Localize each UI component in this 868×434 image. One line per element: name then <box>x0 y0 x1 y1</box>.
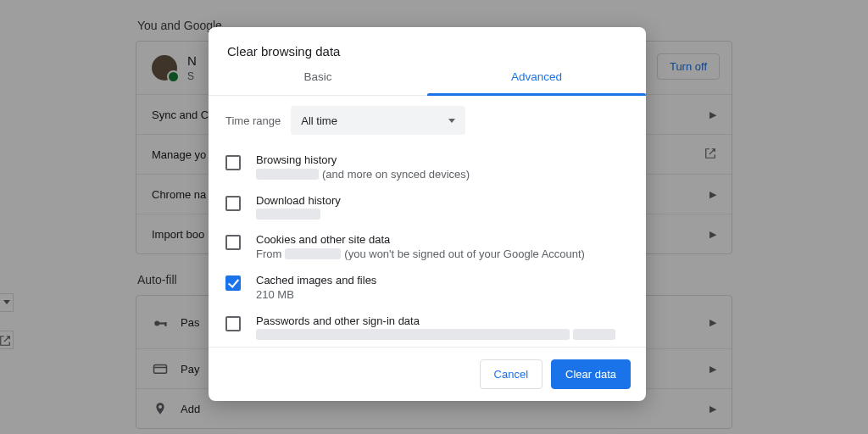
time-range-value: All time <box>301 114 337 127</box>
dialog-tabs: Basic Advanced <box>209 70 646 96</box>
checkbox-cached-images[interactable] <box>225 275 241 291</box>
checkbox-browsing-history[interactable] <box>225 155 241 170</box>
checkbox-download-history[interactable] <box>225 196 241 211</box>
option-download-history: Download history <box>209 187 646 226</box>
checkbox-passwords[interactable] <box>225 316 241 331</box>
tab-advanced[interactable]: Advanced <box>427 70 646 95</box>
option-passwords: Passwords and other sign-in data <box>209 308 646 347</box>
option-title: Browsing history <box>256 153 470 166</box>
redacted-text <box>285 248 341 259</box>
tab-basic[interactable]: Basic <box>209 70 427 95</box>
option-title: Download history <box>256 194 341 207</box>
option-title: Passwords and other sign-in data <box>256 314 615 327</box>
time-range-row: Time range All time <box>209 96 646 145</box>
redacted-text <box>256 209 320 220</box>
option-subtitle: 210 MB <box>256 288 376 301</box>
redacted-text <box>573 329 615 340</box>
clear-browsing-data-dialog: Clear browsing data Basic Advanced Time … <box>209 27 646 401</box>
clear-data-button[interactable]: Clear data <box>551 359 631 389</box>
option-cookies: Cookies and other site data From (you wo… <box>209 226 646 267</box>
option-browsing-history: Browsing history (and more on synced dev… <box>209 147 646 187</box>
option-subtitle <box>256 209 341 220</box>
checkbox-cookies[interactable] <box>225 235 241 250</box>
redacted-text <box>256 329 570 340</box>
option-cached-images: Cached images and files 210 MB <box>209 267 646 308</box>
dialog-footer: Cancel Clear data <box>209 347 646 401</box>
dialog-title: Clear browsing data <box>209 27 646 70</box>
option-title: Cached images and files <box>256 274 376 287</box>
time-range-select[interactable]: All time <box>291 106 465 135</box>
time-range-label: Time range <box>225 114 281 127</box>
option-subtitle: (and more on synced devices) <box>256 168 470 181</box>
redacted-text <box>256 169 319 180</box>
options-list: Browsing history (and more on synced dev… <box>209 145 646 347</box>
option-subtitle: From (you won't be signed out of your Go… <box>256 248 585 260</box>
cancel-button[interactable]: Cancel <box>480 359 542 389</box>
chevron-down-icon <box>448 119 455 123</box>
option-title: Cookies and other site data <box>256 233 585 246</box>
option-subtitle <box>256 329 615 340</box>
